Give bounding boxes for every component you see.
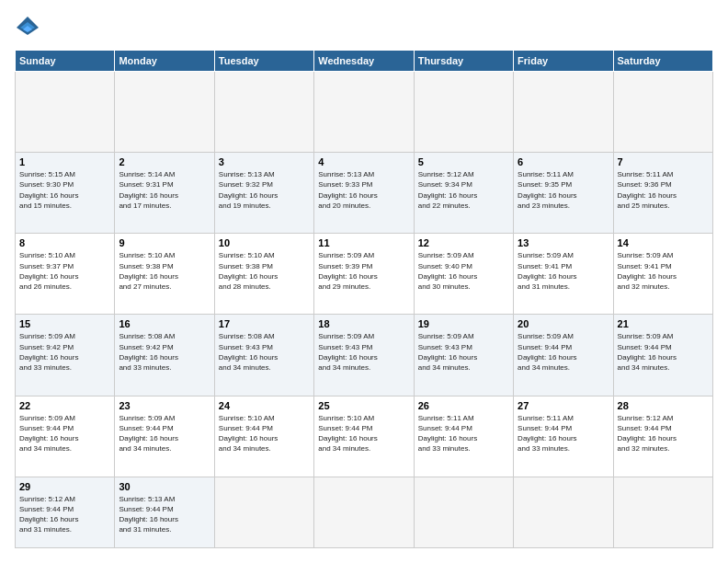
day-info: Sunrise: 5:09 AMSunset: 9:43 PMDaylight:… <box>318 331 409 373</box>
day-info: Sunrise: 5:10 AMSunset: 9:37 PMDaylight:… <box>19 250 110 292</box>
calendar-cell: 3Sunrise: 5:13 AMSunset: 9:32 PMDaylight… <box>214 153 313 234</box>
day-info: Sunrise: 5:11 AMSunset: 9:44 PMDaylight:… <box>518 413 609 454</box>
calendar-cell <box>314 477 414 547</box>
day-info: Sunrise: 5:09 AMSunset: 9:43 PMDaylight:… <box>418 331 509 373</box>
calendar-cell: 28Sunrise: 5:12 AMSunset: 9:44 PMDayligh… <box>613 396 712 477</box>
calendar-cell <box>613 477 712 547</box>
day-of-week-header: Thursday <box>414 51 513 72</box>
day-of-week-header: Wednesday <box>314 51 414 72</box>
day-info: Sunrise: 5:09 AMSunset: 9:44 PMDaylight:… <box>518 331 609 373</box>
day-info: Sunrise: 5:09 AMSunset: 9:44 PMDaylight:… <box>618 331 709 373</box>
calendar-cell: 27Sunrise: 5:11 AMSunset: 9:44 PMDayligh… <box>514 396 613 477</box>
day-of-week-header: Sunday <box>16 51 115 72</box>
calendar-cell <box>514 72 613 153</box>
day-number: 26 <box>418 400 509 411</box>
day-number: 13 <box>518 237 609 248</box>
day-info: Sunrise: 5:13 AMSunset: 9:44 PMDaylight:… <box>119 494 210 535</box>
calendar-week-row: 22Sunrise: 5:09 AMSunset: 9:44 PMDayligh… <box>16 396 713 477</box>
page: SundayMondayTuesdayWednesdayThursdayFrid… <box>0 0 728 563</box>
day-number: 3 <box>219 156 310 167</box>
calendar-cell: 2Sunrise: 5:14 AMSunset: 9:31 PMDaylight… <box>115 153 214 234</box>
day-info: Sunrise: 5:11 AMSunset: 9:35 PMDaylight:… <box>518 169 609 211</box>
day-info: Sunrise: 5:09 AMSunset: 9:39 PMDaylight:… <box>318 250 409 292</box>
calendar-cell: 1Sunrise: 5:15 AMSunset: 9:30 PMDaylight… <box>16 153 115 234</box>
day-info: Sunrise: 5:11 AMSunset: 9:36 PMDaylight:… <box>618 169 709 211</box>
calendar-cell: 9Sunrise: 5:10 AMSunset: 9:38 PMDaylight… <box>115 234 214 315</box>
day-number: 25 <box>318 400 409 411</box>
calendar-cell: 16Sunrise: 5:08 AMSunset: 9:42 PMDayligh… <box>115 315 214 396</box>
day-info: Sunrise: 5:10 AMSunset: 9:38 PMDaylight:… <box>219 250 310 292</box>
day-number: 7 <box>618 156 709 167</box>
calendar-cell <box>414 477 513 547</box>
calendar-cell: 19Sunrise: 5:09 AMSunset: 9:43 PMDayligh… <box>414 315 513 396</box>
calendar-table: SundayMondayTuesdayWednesdayThursdayFrid… <box>15 50 713 548</box>
day-number: 29 <box>19 481 110 492</box>
day-number: 16 <box>119 318 210 329</box>
calendar-cell: 8Sunrise: 5:10 AMSunset: 9:37 PMDaylight… <box>16 234 115 315</box>
day-number: 2 <box>119 156 210 167</box>
calendar-cell <box>214 477 313 547</box>
day-info: Sunrise: 5:12 AMSunset: 9:34 PMDaylight:… <box>418 169 509 211</box>
day-info: Sunrise: 5:09 AMSunset: 9:42 PMDaylight:… <box>19 331 110 373</box>
day-number: 4 <box>318 156 409 167</box>
day-info: Sunrise: 5:10 AMSunset: 9:44 PMDaylight:… <box>318 413 409 454</box>
day-info: Sunrise: 5:14 AMSunset: 9:31 PMDaylight:… <box>119 169 210 211</box>
day-number: 5 <box>418 156 509 167</box>
calendar-week-row: 8Sunrise: 5:10 AMSunset: 9:37 PMDaylight… <box>16 234 713 315</box>
day-number: 23 <box>119 400 210 411</box>
calendar-cell: 12Sunrise: 5:09 AMSunset: 9:40 PMDayligh… <box>414 234 513 315</box>
day-number: 14 <box>618 237 709 248</box>
day-info: Sunrise: 5:11 AMSunset: 9:44 PMDaylight:… <box>418 413 509 454</box>
day-info: Sunrise: 5:08 AMSunset: 9:43 PMDaylight:… <box>219 331 310 373</box>
day-info: Sunrise: 5:09 AMSunset: 9:41 PMDaylight:… <box>618 250 709 292</box>
calendar-cell <box>115 72 214 153</box>
day-number: 11 <box>318 237 409 248</box>
calendar-cell: 30Sunrise: 5:13 AMSunset: 9:44 PMDayligh… <box>115 477 214 547</box>
calendar-cell <box>314 72 414 153</box>
day-number: 15 <box>19 318 110 329</box>
day-of-week-header: Monday <box>115 51 214 72</box>
calendar-cell: 11Sunrise: 5:09 AMSunset: 9:39 PMDayligh… <box>314 234 414 315</box>
calendar-cell: 18Sunrise: 5:09 AMSunset: 9:43 PMDayligh… <box>314 315 414 396</box>
calendar-cell: 6Sunrise: 5:11 AMSunset: 9:35 PMDaylight… <box>514 153 613 234</box>
day-number: 27 <box>518 400 609 411</box>
calendar-cell <box>514 477 613 547</box>
calendar-cell: 25Sunrise: 5:10 AMSunset: 9:44 PMDayligh… <box>314 396 414 477</box>
calendar-cell: 24Sunrise: 5:10 AMSunset: 9:44 PMDayligh… <box>214 396 313 477</box>
calendar-week-row: 29Sunrise: 5:12 AMSunset: 9:44 PMDayligh… <box>16 477 713 547</box>
calendar-cell <box>16 72 115 153</box>
calendar-cell: 26Sunrise: 5:11 AMSunset: 9:44 PMDayligh… <box>414 396 513 477</box>
day-info: Sunrise: 5:09 AMSunset: 9:40 PMDaylight:… <box>418 250 509 292</box>
day-info: Sunrise: 5:09 AMSunset: 9:44 PMDaylight:… <box>119 413 210 454</box>
day-number: 10 <box>219 237 310 248</box>
calendar-cell: 13Sunrise: 5:09 AMSunset: 9:41 PMDayligh… <box>514 234 613 315</box>
day-of-week-header: Tuesday <box>214 51 313 72</box>
calendar-cell: 7Sunrise: 5:11 AMSunset: 9:36 PMDaylight… <box>613 153 712 234</box>
day-number: 28 <box>618 400 709 411</box>
day-info: Sunrise: 5:15 AMSunset: 9:30 PMDaylight:… <box>19 169 110 211</box>
calendar-cell: 22Sunrise: 5:09 AMSunset: 9:44 PMDayligh… <box>16 396 115 477</box>
calendar-cell <box>414 72 513 153</box>
calendar-cell: 21Sunrise: 5:09 AMSunset: 9:44 PMDayligh… <box>613 315 712 396</box>
calendar-header-row: SundayMondayTuesdayWednesdayThursdayFrid… <box>16 51 713 72</box>
day-number: 1 <box>19 156 110 167</box>
day-number: 17 <box>219 318 310 329</box>
calendar-cell: 23Sunrise: 5:09 AMSunset: 9:44 PMDayligh… <box>115 396 214 477</box>
day-number: 19 <box>418 318 509 329</box>
calendar-cell: 10Sunrise: 5:10 AMSunset: 9:38 PMDayligh… <box>214 234 313 315</box>
day-info: Sunrise: 5:13 AMSunset: 9:33 PMDaylight:… <box>318 169 409 211</box>
day-info: Sunrise: 5:10 AMSunset: 9:38 PMDaylight:… <box>119 250 210 292</box>
day-of-week-header: Saturday <box>613 51 712 72</box>
calendar-cell: 20Sunrise: 5:09 AMSunset: 9:44 PMDayligh… <box>514 315 613 396</box>
calendar-week-row: 15Sunrise: 5:09 AMSunset: 9:42 PMDayligh… <box>16 315 713 396</box>
calendar-cell: 17Sunrise: 5:08 AMSunset: 9:43 PMDayligh… <box>214 315 313 396</box>
calendar-week-row <box>16 72 713 153</box>
day-info: Sunrise: 5:12 AMSunset: 9:44 PMDaylight:… <box>618 413 709 454</box>
logo <box>15 15 44 40</box>
day-info: Sunrise: 5:08 AMSunset: 9:42 PMDaylight:… <box>119 331 210 373</box>
header <box>15 15 713 40</box>
calendar-cell: 4Sunrise: 5:13 AMSunset: 9:33 PMDaylight… <box>314 153 414 234</box>
day-number: 22 <box>19 400 110 411</box>
day-info: Sunrise: 5:10 AMSunset: 9:44 PMDaylight:… <box>219 413 310 454</box>
calendar-cell: 15Sunrise: 5:09 AMSunset: 9:42 PMDayligh… <box>16 315 115 396</box>
